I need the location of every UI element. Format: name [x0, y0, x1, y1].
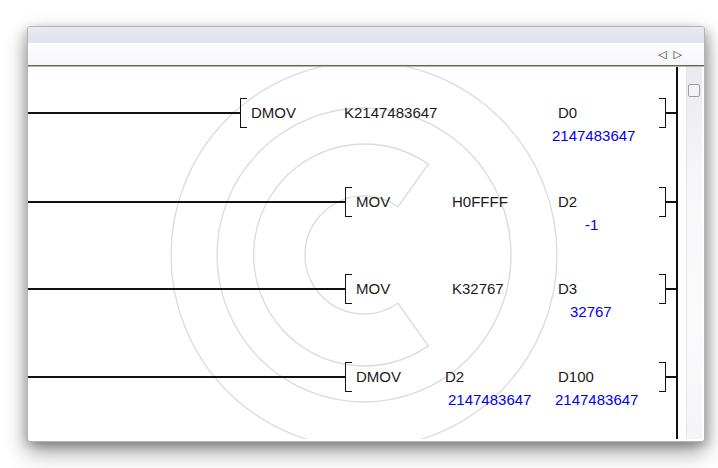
- rail-connector-line: [666, 376, 678, 378]
- rail-connector-line: [666, 201, 678, 203]
- instruction-name[interactable]: MOV: [356, 194, 390, 210]
- instruction-open-bracket: [345, 187, 352, 217]
- operand[interactable]: K2147483647: [344, 105, 437, 121]
- ladder-area: DMOVK2147483647D02147483647MOVH0FFFFD2-1…: [28, 67, 704, 439]
- instruction-close-bracket: [659, 274, 666, 304]
- app-window: ◁ ▷ DMOVK2147483647D02147483647MOVH0FFFF…: [27, 26, 705, 442]
- rail-connector-line: [666, 288, 678, 290]
- instruction-name[interactable]: MOV: [356, 281, 390, 297]
- rung-line: [28, 112, 240, 114]
- right-power-rail: [676, 67, 678, 439]
- monitor-value: -1: [585, 217, 598, 233]
- monitor-value: 2147483647: [555, 392, 638, 408]
- instruction-open-bracket: [345, 274, 352, 304]
- toolbar-band: [28, 27, 704, 43]
- instruction-close-bracket: [659, 98, 666, 128]
- operand[interactable]: D2: [558, 194, 577, 210]
- instruction-name[interactable]: DMOV: [251, 105, 296, 121]
- tab-nav-strip: ◁ ▷: [28, 43, 704, 65]
- scroll-right-icon[interactable]: ▷: [674, 49, 682, 60]
- instruction-open-bracket: [345, 362, 352, 392]
- operand[interactable]: D2: [445, 369, 464, 385]
- scroll-left-icon[interactable]: ◁: [658, 49, 666, 60]
- operand[interactable]: K32767: [452, 281, 504, 297]
- monitor-value: 32767: [570, 304, 612, 320]
- operand[interactable]: D0: [558, 105, 577, 121]
- rung-line: [28, 201, 345, 203]
- operand[interactable]: D3: [558, 281, 577, 297]
- scrollbar-thumb[interactable]: [688, 84, 700, 97]
- instruction-name[interactable]: DMOV: [356, 369, 401, 385]
- rung-line: [28, 288, 345, 290]
- rung-line: [28, 376, 345, 378]
- ladder-editor-pane[interactable]: DMOVK2147483647D02147483647MOVH0FFFFD2-1…: [28, 67, 686, 439]
- instruction-close-bracket: [659, 362, 666, 392]
- screenshot-canvas: ◁ ▷ DMOVK2147483647D02147483647MOVH0FFFF…: [0, 0, 718, 468]
- rail-connector-line: [666, 112, 678, 114]
- instruction-close-bracket: [659, 187, 666, 217]
- vertical-scrollbar[interactable]: [686, 67, 702, 439]
- monitor-value: 2147483647: [448, 392, 531, 408]
- operand[interactable]: D100: [558, 369, 594, 385]
- monitor-value: 2147483647: [552, 128, 635, 144]
- operand[interactable]: H0FFFF: [452, 194, 508, 210]
- instruction-open-bracket: [240, 98, 247, 128]
